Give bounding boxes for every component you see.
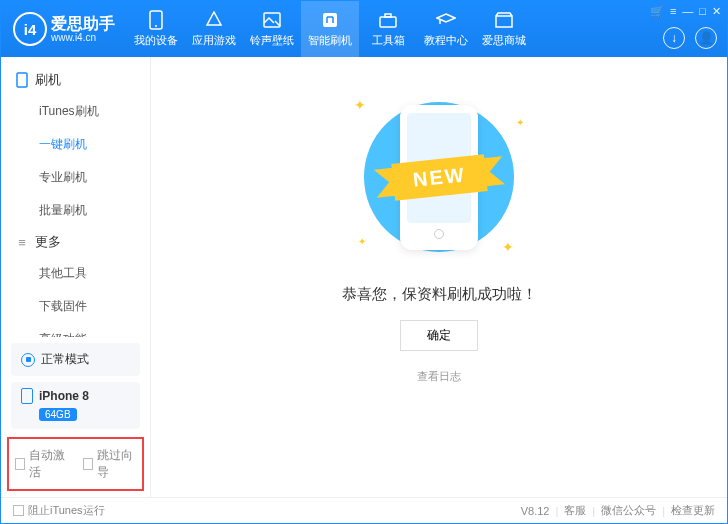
checkbox-label: 阻止iTunes运行 xyxy=(28,503,105,518)
checkbox-skip-guide[interactable]: 跳过向导 xyxy=(83,447,137,481)
mode-status[interactable]: 正常模式 xyxy=(11,343,140,376)
nav-tutorials[interactable]: 教程中心 xyxy=(417,1,475,57)
store-icon xyxy=(494,10,514,30)
sidebar-itunes-flash[interactable]: iTunes刷机 xyxy=(1,95,150,128)
top-nav: 我的设备 应用游戏 铃声壁纸 智能刷机 工具箱 教程中心 xyxy=(127,1,533,57)
support-link[interactable]: 客服 xyxy=(564,503,586,518)
section-more: ≡ 更多 xyxy=(1,227,150,257)
app-header: i4 爱思助手 www.i4.cn 我的设备 应用游戏 铃声壁纸 智能刷机 xyxy=(1,1,727,57)
brand-url: www.i4.cn xyxy=(51,32,115,43)
apps-icon xyxy=(204,10,224,30)
sidebar-oneclick-flash[interactable]: 一键刷机 xyxy=(1,128,150,161)
menu-icon[interactable]: ≡ xyxy=(670,5,676,18)
nav-toolbox[interactable]: 工具箱 xyxy=(359,1,417,57)
view-log-link[interactable]: 查看日志 xyxy=(417,369,461,384)
section-flash: 刷机 xyxy=(1,65,150,95)
sidebar-other-tools[interactable]: 其他工具 xyxy=(1,257,150,290)
device-icon xyxy=(146,10,166,30)
refresh-icon xyxy=(21,353,35,367)
nav-store[interactable]: 爱思商城 xyxy=(475,1,533,57)
section-label: 更多 xyxy=(35,233,61,251)
nav-label: 智能刷机 xyxy=(308,33,352,48)
checkbox-label: 跳过向导 xyxy=(97,447,136,481)
check-update-link[interactable]: 检查更新 xyxy=(671,503,715,518)
sidebar-advanced[interactable]: 高级功能 xyxy=(1,323,150,337)
header-actions: ↓ 👤 xyxy=(663,27,717,49)
success-message: 恭喜您，保资料刷机成功啦！ xyxy=(342,285,537,304)
flash-icon xyxy=(320,10,340,30)
checkbox-icon xyxy=(83,458,93,470)
nav-smart-flash[interactable]: 智能刷机 xyxy=(301,1,359,57)
success-illustration: ✦ ✦ ✦ ✦ NEW xyxy=(314,87,564,267)
svg-rect-3 xyxy=(323,13,337,27)
checkbox-block-itunes[interactable]: 阻止iTunes运行 xyxy=(13,503,105,518)
checkbox-auto-activate[interactable]: 自动激活 xyxy=(15,447,69,481)
user-icon[interactable]: 👤 xyxy=(695,27,717,49)
download-icon[interactable]: ↓ xyxy=(663,27,685,49)
section-label: 刷机 xyxy=(35,71,61,89)
window-controls: 🛒 ≡ — □ ✕ xyxy=(650,5,721,18)
app-logo: i4 爱思助手 www.i4.cn xyxy=(1,12,127,46)
wechat-link[interactable]: 微信公众号 xyxy=(601,503,656,518)
cart-icon[interactable]: 🛒 xyxy=(650,5,664,18)
nav-label: 铃声壁纸 xyxy=(250,33,294,48)
logo-icon: i4 xyxy=(13,12,47,46)
mode-label: 正常模式 xyxy=(41,351,89,368)
storage-badge: 64GB xyxy=(39,408,77,421)
device-card[interactable]: iPhone 8 64GB xyxy=(11,382,140,429)
nav-my-device[interactable]: 我的设备 xyxy=(127,1,185,57)
sidebar-pro-flash[interactable]: 专业刷机 xyxy=(1,161,150,194)
svg-point-1 xyxy=(155,25,157,27)
nav-apps-games[interactable]: 应用游戏 xyxy=(185,1,243,57)
sidebar-download-firmware[interactable]: 下载固件 xyxy=(1,290,150,323)
svg-rect-6 xyxy=(17,73,27,87)
brand-name: 爱思助手 xyxy=(51,15,115,33)
toolbox-icon xyxy=(378,10,398,30)
svg-rect-4 xyxy=(380,17,396,27)
footer: 阻止iTunes运行 V8.12 | 客服 | 微信公众号 | 检查更新 xyxy=(1,497,727,523)
options-highlight: 自动激活 跳过向导 xyxy=(7,437,144,491)
sidebar: 刷机 iTunes刷机 一键刷机 专业刷机 批量刷机 ≡ 更多 其他工具 下载固… xyxy=(1,57,151,497)
checkbox-label: 自动激活 xyxy=(29,447,68,481)
nav-ringtone-wallpaper[interactable]: 铃声壁纸 xyxy=(243,1,301,57)
main-content: ✦ ✦ ✦ ✦ NEW 恭喜您，保资料刷机成功啦！ 确定 查看日志 xyxy=(151,57,727,497)
minimize-icon[interactable]: — xyxy=(682,5,693,18)
device-name-label: iPhone 8 xyxy=(39,389,89,403)
checkbox-icon xyxy=(15,458,25,470)
version-label: V8.12 xyxy=(521,505,550,517)
checkbox-icon xyxy=(13,505,24,516)
tutorial-icon xyxy=(436,10,456,30)
nav-label: 教程中心 xyxy=(424,33,468,48)
wallpaper-icon xyxy=(262,10,282,30)
nav-label: 爱思商城 xyxy=(482,33,526,48)
nav-label: 应用游戏 xyxy=(192,33,236,48)
more-section-icon: ≡ xyxy=(15,235,29,249)
svg-rect-5 xyxy=(385,14,391,17)
close-icon[interactable]: ✕ xyxy=(712,5,721,18)
flash-section-icon xyxy=(15,73,29,87)
maximize-icon[interactable]: □ xyxy=(699,5,706,18)
sidebar-batch-flash[interactable]: 批量刷机 xyxy=(1,194,150,227)
nav-label: 我的设备 xyxy=(134,33,178,48)
nav-label: 工具箱 xyxy=(372,33,405,48)
confirm-button[interactable]: 确定 xyxy=(400,320,478,351)
phone-icon xyxy=(21,388,33,404)
